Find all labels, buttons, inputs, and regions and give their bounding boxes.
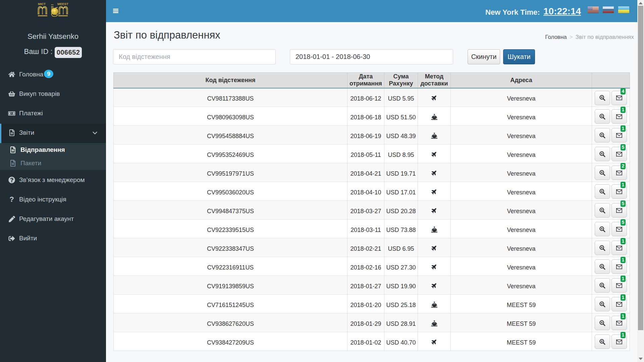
svg-text:1: 1 — [11, 112, 13, 115]
svg-text:МІСТ: МІСТ — [38, 2, 46, 6]
svg-text:MEEST: MEEST — [57, 2, 68, 6]
